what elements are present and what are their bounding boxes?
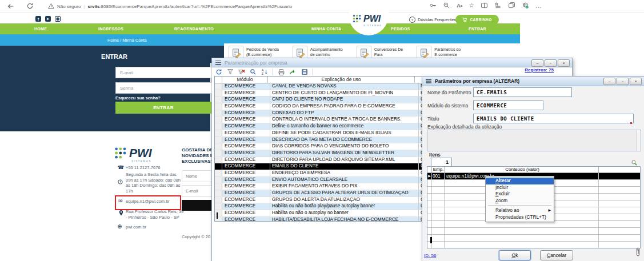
row-selector-cell [215,143,222,150]
context-menu-item[interactable]: Excluir [486,191,554,198]
phone-icon: ☎ [118,164,124,170]
clock-icon [118,179,123,186]
explicacao-column-header[interactable]: Explicação de uso [268,77,415,83]
modulo-cell: ECOMMERCE [222,137,270,143]
nome-parametro-field[interactable]: CE.EMAILS [473,87,572,97]
maximize-button[interactable]: ▫ [545,59,557,67]
login-submit-button[interactable]: ENTRAR [115,102,211,114]
zoom-out-icon[interactable] [443,2,450,9]
footer-email[interactable]: equipe.n1@pwi.com.br [126,199,170,204]
row-selector-cell [215,163,222,170]
modulo-column-header[interactable]: Módulo [222,77,268,83]
row-selector-cell [215,83,222,90]
faq-link[interactable]: ? Dúvidas Frequentes [409,17,456,23]
footer-phone: +55 11 2127-7676 [126,165,161,171]
empty-item-row[interactable] [427,228,640,235]
text-cursor [430,237,432,243]
ok-button[interactable]: Ok [499,250,531,260]
titulo-field[interactable]: EMAILS DO CLIENTE [473,114,634,123]
row-selector-cell [215,123,222,130]
context-menu-item[interactable]: Incluir [486,184,554,191]
facebook-icon[interactable]: f [35,16,41,22]
email-field[interactable] [115,67,212,78]
text-size-icon[interactable]: Aa [457,3,462,9]
row-selector-cell [215,203,222,210]
add-tab-icon[interactable] [508,2,515,9]
modulo-cell: ECOMMERCE [222,103,270,110]
conteudo-column-header[interactable]: Conteúdo (valor) [445,167,599,172]
window1-toolbar: AZ [214,68,314,76]
refresh-icon[interactable] [214,68,223,76]
id-link[interactable]: ID: 56 [424,253,436,258]
window1-titlebar[interactable]: Parametrização por empresa – ▫ × [212,58,572,67]
minimize-button[interactable]: – [531,59,543,67]
registros-link[interactable]: Registros: 75 [525,67,554,73]
modulo-sistema-field[interactable]: ECOMMERCE [473,101,543,110]
footer-website[interactable]: pwi.com.br [126,224,146,230]
browser-toolbar: Não seguro | srviis:8080/EcommerceParque… [0,0,644,13]
footer-address: Rua Professor Carlos Reis, 39 - Pinheiro… [126,209,186,220]
login-title: ENTRAR [80,53,149,60]
explicacao-cell: DESCRICAO DA TAG META DO ECOMMERCE [270,137,419,143]
emp-column-header[interactable]: Emp. [432,167,445,172]
nav-item[interactable]: ENTRAR [469,27,486,31]
more-icon[interactable]: … [535,2,542,9]
search-icon[interactable] [249,68,257,76]
faq-label: Dúvidas Frequentes [418,17,456,22]
menu-icon[interactable] [426,79,431,83]
close-button[interactable]: × [558,59,570,67]
nav-item[interactable]: MINHA CONTA [311,27,341,31]
context-menu-item[interactable]: Propriedades (CTRL+T) [486,214,554,221]
context-menu-item[interactable]: Relativo ao ▶ [486,207,554,214]
warning-icon [48,3,54,10]
cancel-button[interactable]: Cancelar [540,250,573,260]
address-bar[interactable]: Não seguro | srviis:8080/EcommerceParque… [48,2,292,11]
explicacao-textarea[interactable] [427,130,641,151]
empty-item-row[interactable] [427,235,640,242]
minimize-button[interactable]: – [603,78,615,85]
close-button[interactable]: × [630,78,642,85]
clear-filter-icon[interactable] [237,68,246,76]
context-menu-item[interactable]: Zoom [486,198,554,204]
required-mark [630,122,632,124]
explicacao-cell: DIAS CORRIDOS PARA O VENCIMENTO DO BOLET… [270,143,419,150]
instagram-icon[interactable]: ◉ [55,16,61,22]
row-selector-cell [215,90,222,97]
nav-item[interactable]: PEDIDOS [391,27,410,31]
context-menu-item[interactable]: Alterar [486,178,554,184]
menu-icon[interactable] [215,61,221,65]
scrollbar[interactable] [637,130,641,151]
split-screen-icon[interactable] [481,2,488,9]
password-field[interactable] [115,82,212,94]
nav-item[interactable]: REAGENDAMENTO [174,27,214,31]
breadcrumb[interactable]: Home / Minha Conta [107,38,147,43]
nav-item[interactable]: INGRESSOS [98,27,123,31]
modulo-cell: ECOMMERCE [222,90,270,97]
footer-logo-text: PWI [129,146,152,160]
password-key-icon[interactable] [429,2,437,9]
main-nav: HOMEINGRESSOSREAGENDAMENTOMINHA CONTAPED… [0,23,520,34]
forgot-password-link[interactable]: Esqueceu sua senha? [115,95,161,101]
favorites-star-icon[interactable]: ☆ [469,2,474,9]
back-icon[interactable] [7,2,15,10]
explicacao-cell: DEFINE SE PODE CADASTRAR DOIS E-MAILS IG… [270,130,419,136]
export-icon[interactable] [289,68,297,76]
maximize-button[interactable]: ▫ [617,78,629,85]
modulo-cell: ECOMMERCE [222,190,270,196]
filter-icon[interactable] [226,68,234,76]
print-icon[interactable] [277,68,286,76]
browser-essentials-icon[interactable] [522,2,529,9]
window2-titlebar[interactable]: Parâmetros por empresa (ALTERAR) – ▫ × [422,77,644,86]
collections-icon[interactable] [494,2,502,9]
sort-az-icon[interactable]: AZ [260,68,269,76]
paperclip-icon[interactable] [635,247,641,260]
youtube-icon[interactable]: ▸ [45,16,51,22]
nome-parametro-label: Nome do Parâmetro [427,90,471,95]
save-icon[interactable] [300,68,309,76]
row-selector-cell [215,217,222,222]
context-menu: Alterar Incluir Excluir Zoom Relativo ao [485,176,554,222]
refresh-icon[interactable] [26,2,34,10]
empty-item-row[interactable] [427,242,640,248]
itens-count-field[interactable]: 1 [431,158,452,167]
nav-item[interactable]: HOME [34,27,47,31]
